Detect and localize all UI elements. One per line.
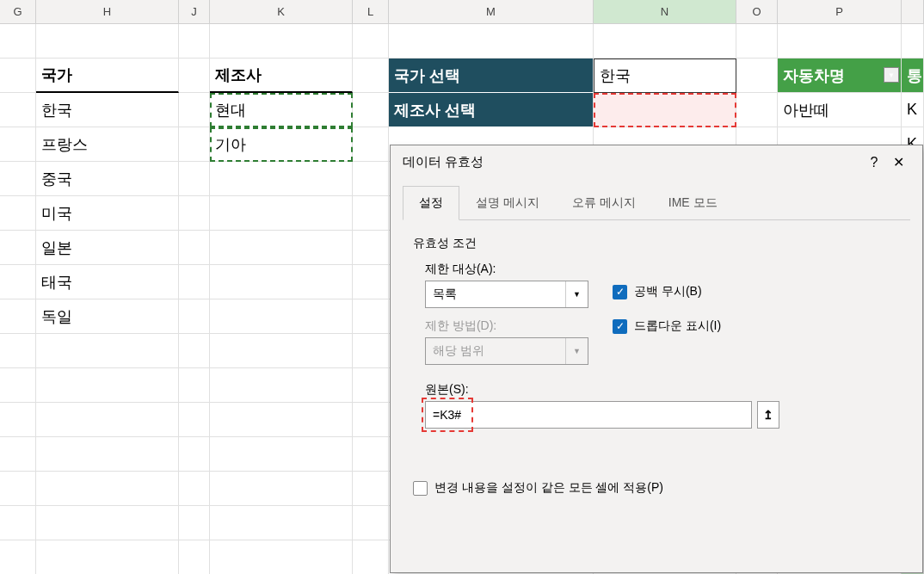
cell[interactable] bbox=[736, 93, 778, 127]
source-input[interactable] bbox=[425, 401, 752, 429]
country-select-label[interactable]: 국가 선택 bbox=[389, 59, 594, 93]
col-header-k[interactable]: K bbox=[210, 0, 353, 23]
cell[interactable] bbox=[210, 437, 353, 472]
carname-header[interactable]: 자동차명 ▼ bbox=[778, 59, 902, 93]
cell[interactable] bbox=[0, 299, 36, 334]
cell[interactable] bbox=[0, 540, 36, 574]
tab-ime-mode[interactable]: IME 모드 bbox=[652, 186, 734, 220]
cell[interactable] bbox=[0, 368, 36, 403]
cell[interactable] bbox=[179, 403, 210, 437]
country-item[interactable] bbox=[36, 437, 179, 472]
cell[interactable] bbox=[179, 368, 210, 403]
country-header[interactable]: 국가 bbox=[36, 59, 179, 93]
country-item[interactable]: 프랑스 bbox=[36, 127, 179, 162]
cell[interactable] bbox=[210, 540, 353, 574]
maker-header[interactable]: 제조사 bbox=[210, 59, 353, 93]
apply-all-checkbox[interactable] bbox=[413, 481, 428, 496]
cell[interactable] bbox=[0, 403, 36, 437]
filter-icon[interactable]: ▼ bbox=[884, 67, 899, 83]
cell[interactable] bbox=[36, 24, 179, 59]
dialog-titlebar[interactable]: 데이터 유효성 ? ✕ bbox=[391, 145, 922, 179]
cell[interactable] bbox=[210, 265, 353, 299]
cell[interactable] bbox=[0, 24, 36, 59]
country-item[interactable]: 중국 bbox=[36, 162, 179, 196]
cell[interactable] bbox=[353, 59, 389, 93]
cell[interactable] bbox=[210, 231, 353, 265]
cell[interactable] bbox=[210, 368, 353, 403]
cell[interactable] bbox=[353, 334, 389, 368]
incell-dropdown-check[interactable]: ✓ 드롭다운 표시(I) bbox=[613, 318, 721, 334]
cell[interactable] bbox=[353, 127, 389, 162]
cell[interactable] bbox=[736, 24, 778, 59]
cell[interactable] bbox=[179, 540, 210, 574]
car-item[interactable]: 아반떼 bbox=[778, 93, 902, 127]
cell[interactable] bbox=[210, 162, 353, 196]
cell[interactable] bbox=[179, 299, 210, 334]
cell[interactable] bbox=[353, 265, 389, 299]
cell[interactable] bbox=[353, 93, 389, 127]
cell[interactable] bbox=[736, 59, 778, 93]
country-item[interactable]: 독일 bbox=[36, 299, 179, 334]
cell[interactable] bbox=[179, 472, 210, 506]
close-button[interactable]: ✕ bbox=[886, 154, 910, 170]
cell[interactable] bbox=[353, 472, 389, 506]
cell[interactable] bbox=[353, 403, 389, 437]
cell[interactable] bbox=[179, 162, 210, 196]
cell[interactable] bbox=[179, 506, 210, 540]
help-button[interactable]: ? bbox=[862, 155, 886, 170]
cell[interactable] bbox=[179, 93, 210, 127]
cell[interactable] bbox=[353, 540, 389, 574]
cell[interactable] bbox=[0, 127, 36, 162]
country-item[interactable] bbox=[36, 540, 179, 574]
country-item[interactable] bbox=[36, 506, 179, 540]
country-item[interactable]: 미국 bbox=[36, 196, 179, 231]
cell[interactable] bbox=[0, 196, 36, 231]
cell[interactable] bbox=[0, 437, 36, 472]
col-header-h[interactable]: H bbox=[36, 0, 179, 23]
cell[interactable] bbox=[389, 24, 594, 59]
country-item[interactable]: 태국 bbox=[36, 265, 179, 299]
allow-combo[interactable]: 목록 ▼ bbox=[425, 281, 588, 308]
cell[interactable] bbox=[179, 334, 210, 368]
country-item[interactable] bbox=[36, 368, 179, 403]
col-header-p[interactable]: P bbox=[778, 0, 902, 23]
q-cell[interactable]: K bbox=[902, 93, 924, 127]
cell[interactable] bbox=[210, 472, 353, 506]
extra-header[interactable]: 통 bbox=[902, 59, 924, 93]
country-item[interactable] bbox=[36, 403, 179, 437]
cell[interactable] bbox=[0, 334, 36, 368]
cell[interactable] bbox=[594, 24, 736, 59]
col-header-j[interactable]: J bbox=[179, 0, 210, 23]
country-select-value[interactable]: 한국 bbox=[594, 59, 736, 93]
cell[interactable] bbox=[0, 506, 36, 540]
cell[interactable] bbox=[0, 59, 36, 93]
cell[interactable] bbox=[179, 59, 210, 93]
cell[interactable] bbox=[0, 231, 36, 265]
cell[interactable] bbox=[353, 162, 389, 196]
cell[interactable] bbox=[210, 196, 353, 231]
cell[interactable] bbox=[353, 506, 389, 540]
cell[interactable] bbox=[353, 231, 389, 265]
cell[interactable] bbox=[353, 196, 389, 231]
col-header-n[interactable]: N bbox=[594, 0, 736, 23]
cell[interactable] bbox=[210, 403, 353, 437]
cell[interactable] bbox=[902, 24, 924, 59]
country-item[interactable] bbox=[36, 334, 179, 368]
tab-error-alert[interactable]: 오류 메시지 bbox=[556, 186, 652, 220]
tab-settings[interactable]: 설정 bbox=[403, 186, 459, 220]
cell[interactable] bbox=[0, 93, 36, 127]
maker-item[interactable]: 기아 bbox=[210, 127, 353, 162]
cell[interactable] bbox=[210, 506, 353, 540]
col-header-g[interactable]: G bbox=[0, 0, 36, 23]
maker-item[interactable]: 현대 bbox=[210, 93, 353, 127]
cell[interactable] bbox=[353, 368, 389, 403]
country-item[interactable]: 일본 bbox=[36, 231, 179, 265]
cell[interactable] bbox=[210, 299, 353, 334]
cell[interactable] bbox=[179, 24, 210, 59]
maker-select-label[interactable]: 제조사 선택 bbox=[389, 93, 594, 127]
maker-select-value[interactable]: ▼ bbox=[594, 93, 736, 127]
cell[interactable] bbox=[353, 437, 389, 472]
cell[interactable] bbox=[0, 472, 36, 506]
country-item[interactable]: 한국 bbox=[36, 93, 179, 127]
cell[interactable] bbox=[179, 437, 210, 472]
